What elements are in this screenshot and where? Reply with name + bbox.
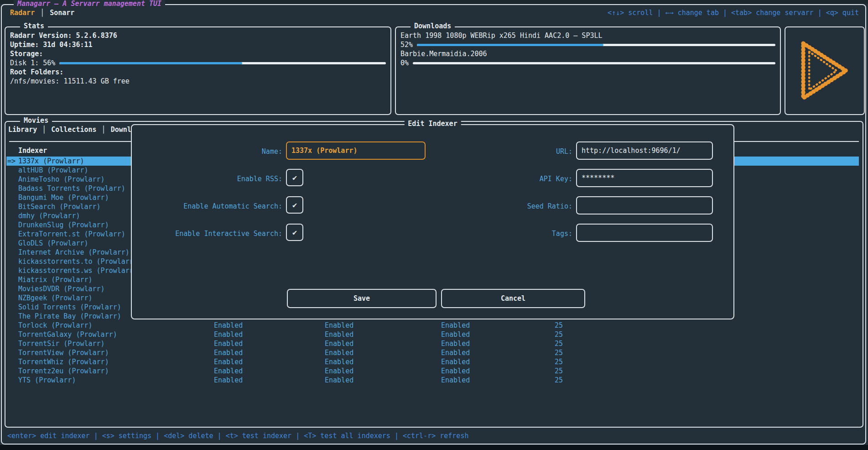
downloads-panel-title: Downloads: [411, 22, 455, 30]
cancel-button[interactable]: Cancel: [441, 289, 585, 308]
keybinding-hints-top: <↑↓> scroll | ←→ change tab | <tab> chan…: [608, 9, 859, 17]
enable-automatic-search-cell: Enabled: [325, 357, 353, 366]
enable-rss-cell: Enabled: [214, 330, 243, 339]
indexer-name-cell: The Pirate Bay (Prowlarr): [18, 312, 121, 321]
indexer-name-cell: YTS (Prowlarr): [18, 376, 76, 385]
disk-progressbar: [59, 62, 386, 64]
enable-automatic-search-cell: Enabled: [325, 348, 353, 357]
enable-rss-cell: Enabled: [214, 366, 243, 376]
indexer-name-cell: DrunkenSlug (Prowlarr): [18, 220, 109, 230]
indexer-row[interactable]: TorrentView (Prowlarr)EnabledEnabledEnab…: [6, 348, 859, 357]
indexer-name-cell: GloDLS (Prowlarr): [18, 239, 88, 248]
priority-cell: 25: [535, 321, 563, 330]
enable-interactive-search-cell: Enabled: [441, 357, 470, 366]
name-input[interactable]: 1337x (Prowlarr): [286, 141, 426, 160]
enable-interactive-search-cell: Enabled: [441, 339, 470, 348]
enable-rss-cell: Enabled: [214, 321, 243, 330]
indexer-name-cell: Torrentz2eu (Prowlarr): [18, 366, 109, 376]
api-key-label: API Key:: [419, 174, 572, 183]
enable-automatic-search-cell: Enabled: [325, 330, 353, 339]
seed-ratio-label: Seed Ratio:: [419, 202, 572, 211]
download-item-name: Barbie.Mermaidia.2006: [400, 49, 775, 58]
enable-rss-cell: Enabled: [214, 348, 243, 357]
app-title: Managarr – A Servarr management TUI: [14, 0, 165, 8]
url-input[interactable]: http://localhost:9696/1/: [576, 141, 713, 160]
enable-interactive-search-cell: Enabled: [441, 366, 470, 376]
enable-automatic-search-label: Enable Automatic Search:: [132, 202, 282, 211]
indexer-name-cell: AnimeTosho (Prowlarr): [18, 175, 105, 184]
enable-rss-label: Enable RSS:: [132, 174, 282, 183]
indexer-row[interactable]: YTS (Prowlarr)EnabledEnabledEnabled25: [6, 376, 859, 385]
priority-cell: 25: [535, 366, 563, 376]
indexer-row[interactable]: TorrentWhiz (Prowlarr)EnabledEnabledEnab…: [6, 357, 859, 366]
enable-automatic-search-cell: Enabled: [325, 376, 353, 385]
root-folders-label: Root Folders:: [10, 68, 386, 77]
stats-panel-title: Stats: [20, 22, 48, 30]
taskbar-strip: [0, 445, 868, 450]
root-folder-line: /nfs/movies: 11511.43 GB free: [10, 77, 386, 86]
indexer-name-cell: TorrentSir (Prowlarr): [18, 339, 105, 348]
tab-separator: │: [97, 126, 111, 134]
indexer-name-cell: BitSearch (Prowlarr): [18, 202, 101, 211]
enable-automatic-search-cell: Enabled: [325, 321, 353, 330]
play-button-dot-matrix-logo: [795, 37, 855, 104]
uptime-line: Uptime: 31d 04:36:11: [10, 40, 386, 49]
enable-rss-checkbox[interactable]: ✔: [286, 169, 303, 186]
indexer-row[interactable]: TorrentSir (Prowlarr)EnabledEnabledEnabl…: [6, 339, 859, 348]
indexer-name-cell: MoviesDVDR (Prowlarr): [18, 284, 105, 293]
enable-automatic-search-checkbox[interactable]: ✔: [286, 196, 303, 214]
enable-rss-cell: Enabled: [214, 339, 243, 348]
priority-cell: 25: [535, 348, 563, 357]
download-item-percent: 0%: [400, 58, 409, 68]
priority-cell: 25: [535, 339, 563, 348]
url-label: URL:: [419, 147, 572, 156]
indexer-name-cell: Miatrix (Prowlarr): [18, 275, 93, 284]
tab-radarr[interactable]: Radarr: [7, 9, 37, 17]
indexer-name-cell: Solid Torrents (Prowlarr): [18, 303, 121, 312]
storage-label: Storage:: [10, 49, 386, 58]
enable-interactive-search-cell: Enabled: [441, 330, 470, 339]
enable-interactive-search-cell: Enabled: [441, 348, 470, 357]
enable-automatic-search-cell: Enabled: [325, 339, 353, 348]
priority-cell: 25: [535, 330, 563, 339]
radarr-version-line: Radarr Version: 5.2.6.8376: [10, 31, 386, 40]
indexer-row[interactable]: Torrentz2eu (Prowlarr)EnabledEnabledEnab…: [6, 366, 859, 376]
enable-interactive-search-label: Enable Interactive Search:: [132, 229, 282, 238]
enable-interactive-search-checkbox[interactable]: ✔: [286, 224, 303, 241]
save-button[interactable]: Save: [287, 289, 437, 308]
indexer-name-cell: ExtraTorrent.st (Prowlarr): [18, 230, 125, 239]
stats-panel: Stats Radarr Version: 5.2.6.8376 Uptime:…: [5, 26, 391, 115]
tab-separator: │: [37, 9, 47, 17]
enable-interactive-search-cell: Enabled: [441, 376, 470, 385]
tab-sonarr[interactable]: Sonarr: [47, 9, 77, 17]
indexer-name-cell: Badass Torrents (Prowlarr): [18, 184, 125, 193]
managarr-screen: Managarr – A Servarr management TUI Rada…: [0, 0, 868, 450]
enable-interactive-search-cell: Enabled: [441, 321, 470, 330]
downloads-panel: Downloads Earth 1998 1080p WEBRip x265 H…: [395, 26, 781, 115]
download-item-percent: 52%: [400, 40, 413, 49]
indexer-row[interactable]: Torlock (Prowlarr)EnabledEnabledEnabled2…: [6, 321, 859, 330]
tags-input[interactable]: [576, 224, 713, 242]
priority-cell: 25: [535, 376, 563, 385]
download-item-name: Earth 1998 1080p WEBRip x265 Hindi AAC2.…: [400, 31, 775, 40]
tab-collections[interactable]: Collections: [51, 126, 96, 134]
movies-panel-title: Movies: [20, 116, 52, 125]
api-key-input[interactable]: ********: [576, 169, 713, 187]
movies-tab-bar: Library │ Collections │ Downlo: [8, 126, 135, 134]
indexer-name-cell: Bangumi Moe (Prowlarr): [18, 193, 109, 202]
row-selected-prefix: =>: [7, 157, 18, 166]
tags-label: Tags:: [419, 229, 572, 238]
name-label: Name:: [132, 147, 282, 156]
seed-ratio-input[interactable]: [576, 196, 713, 215]
indexer-name-cell: kickasstorrents.ws (Prowlarr): [18, 266, 138, 275]
indexer-name-cell: TorrentGalaxy (Prowlarr): [18, 330, 117, 339]
edit-indexer-modal: Edit Indexer Name: 1337x (Prowlarr) Enab…: [131, 124, 734, 319]
indexer-name-cell: Torlock (Prowlarr): [18, 321, 93, 330]
enable-rss-cell: Enabled: [214, 376, 243, 385]
indexer-row[interactable]: TorrentGalaxy (Prowlarr)EnabledEnabledEn…: [6, 330, 859, 339]
download-progressbar: [417, 44, 775, 46]
tab-library[interactable]: Library: [8, 126, 37, 134]
indexer-name-cell: TorrentWhiz (Prowlarr): [18, 357, 109, 366]
modal-title: Edit Indexer: [404, 120, 461, 128]
indexer-name-cell: TorrentView (Prowlarr): [18, 348, 109, 357]
